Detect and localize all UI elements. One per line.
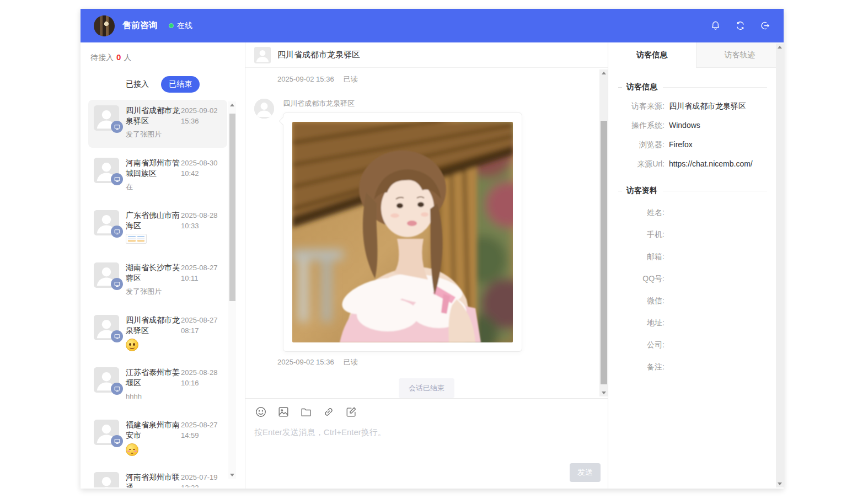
- scroll-down-arrow[interactable]: [599, 389, 608, 396]
- read-status: 已读: [344, 358, 358, 366]
- visitor-field-row: QQ号:: [618, 274, 767, 284]
- tab-visitor-info[interactable]: 访客信息: [608, 42, 696, 68]
- field-value: Windows: [669, 120, 700, 131]
- visitor-message: 四川省成都市龙泉驿区: [254, 99, 608, 352]
- session-name: 河南省郑州市管城回族区: [126, 158, 180, 179]
- field-label: 操作系统:: [618, 120, 665, 131]
- emoji-icon[interactable]: [254, 406, 267, 419]
- session-avatar: [94, 105, 119, 131]
- session-list-item[interactable]: 河南省郑州市联通 2025-07-19 12:22: [88, 467, 227, 487]
- field-label: 手机:: [618, 229, 665, 240]
- session-list-item[interactable]: 福建省泉州市南安市 2025-08-27 14:59: [88, 414, 227, 462]
- session-date: 2025-08-27: [181, 262, 222, 273]
- scroll-up-arrow[interactable]: [228, 101, 236, 109]
- scroll-up-arrow[interactable]: [599, 69, 608, 77]
- session-time: 2025-08-30 10:42: [181, 158, 222, 179]
- session-date: 2025-08-27: [181, 315, 222, 325]
- session-name: 江苏省泰州市姜堰区: [126, 367, 180, 388]
- message-input[interactable]: [254, 427, 599, 469]
- visitor-panel-scrollbar[interactable]: [776, 44, 784, 487]
- edit-icon[interactable]: [345, 406, 357, 419]
- session-name: 湖南省长沙市芙蓉区: [126, 262, 180, 283]
- field-value: 四川省成都市龙泉驿区: [669, 101, 746, 111]
- scrollbar-thumb[interactable]: [229, 114, 235, 301]
- session-preview: [126, 234, 222, 247]
- profile-fields: 姓名: 手机: 邮箱: QQ号: 微信: 地址: 公司: 备注:: [618, 207, 767, 372]
- visitor-field-row: 操作系统: Windows: [618, 120, 767, 131]
- divider: [663, 87, 767, 88]
- visitor-field-row: 邮箱:: [618, 251, 767, 262]
- bell-icon[interactable]: [710, 20, 721, 31]
- visitor-field-row: 来源Url: https://chat.nicemb.com/: [618, 159, 767, 169]
- session-date: 2025-08-28: [181, 367, 222, 378]
- session-clock: 10:42: [181, 168, 222, 179]
- session-preview-text: 在: [126, 181, 133, 192]
- folder-icon[interactable]: [299, 406, 312, 419]
- session-list-item[interactable]: 四川省成都市龙泉驿区 2025-09-02 15:36 发了张图片: [88, 100, 227, 148]
- visitor-field-row: 备注:: [618, 362, 767, 372]
- scroll-down-arrow[interactable]: [228, 471, 236, 479]
- session-avatar: [94, 210, 119, 235]
- scroll-up-arrow[interactable]: [776, 44, 784, 51]
- desktop-source-icon: [111, 121, 123, 133]
- session-avatar: [94, 472, 119, 487]
- chat-title: 四川省成都市龙泉驿区: [277, 50, 360, 60]
- field-label: 地址:: [618, 318, 665, 328]
- visitor-field-row: 手机:: [618, 229, 767, 240]
- scrollbar-thumb[interactable]: [601, 121, 607, 384]
- chat-scrollbar[interactable]: [599, 69, 608, 396]
- field-label: 来源Url:: [618, 159, 665, 169]
- session-time: 2025-08-27 08:17: [181, 315, 222, 336]
- waiting-count: 0: [116, 52, 121, 62]
- session-clock: 08:17: [181, 325, 222, 336]
- desktop-source-icon: [111, 278, 123, 290]
- tab-connected[interactable]: 已接入: [126, 79, 149, 89]
- field-value: https://chat.nicemb.com/: [669, 159, 753, 169]
- session-name: 四川省成都市龙泉驿区: [126, 105, 180, 126]
- session-avatar: [94, 262, 119, 288]
- tab-visitor-trail[interactable]: 访客轨迹: [696, 42, 784, 68]
- session-list-item[interactable]: 湖南省长沙市芙蓉区 2025-08-27 10:11 发了张图片: [88, 257, 227, 305]
- section-title-text: 访客信息: [626, 82, 657, 92]
- session-avatar: [94, 420, 119, 445]
- session-list-item[interactable]: 河南省郑州市管城回族区 2025-08-30 10:42 在: [88, 152, 227, 200]
- session-list-scrollbar[interactable]: [228, 101, 236, 479]
- desktop-source-icon: [111, 173, 123, 185]
- session-avatar: [94, 367, 119, 393]
- agent-avatar: [94, 15, 115, 36]
- section-title-text: 访客资料: [626, 186, 657, 196]
- emoji-shy-icon: [126, 443, 138, 456]
- session-preview: hhhh: [126, 391, 222, 404]
- field-label: QQ号:: [618, 274, 665, 284]
- session-time: 2025-07-19 12:22: [181, 472, 222, 487]
- session-time: 2025-08-27 14:59: [181, 420, 222, 441]
- desktop-source-icon: [111, 435, 123, 447]
- top-bar: 售前咨询 在线: [81, 9, 784, 42]
- session-preview-text: 发了张图片: [126, 129, 162, 140]
- refresh-icon[interactable]: [735, 20, 746, 31]
- visitor-field-row: 访客来源: 四川省成都市龙泉驿区: [618, 101, 767, 111]
- tab-ended[interactable]: 已结束: [161, 76, 200, 93]
- field-label: 邮箱:: [618, 251, 665, 262]
- session-list-item[interactable]: 江苏省泰州市姜堰区 2025-08-28 10:16 hhhh: [88, 362, 227, 410]
- field-label: 微信:: [618, 296, 665, 306]
- chat-image-girl-portrait[interactable]: [292, 122, 513, 342]
- logout-icon[interactable]: [760, 20, 770, 31]
- chat-messages: 2025-09-02 15:36已读 四川省成都市龙泉驿区: [245, 68, 608, 398]
- field-label: 姓名:: [618, 207, 665, 218]
- read-status: 已读: [344, 75, 358, 83]
- image-thumbnail-preview: [126, 234, 147, 244]
- session-name: 福建省泉州市南安市: [126, 420, 180, 441]
- message-sender: 四川省成都市龙泉驿区: [283, 99, 522, 109]
- message-bubble: [283, 112, 522, 352]
- session-list-item[interactable]: 广东省佛山市南海区 2025-08-28 10:33: [88, 205, 227, 253]
- visitor-panel: 访客信息 访客轨迹 访客信息 访客来源: 四川省成都市龙泉驿区 操作系统: Wi…: [608, 42, 784, 489]
- chat-column: 四川省成都市龙泉驿区 2025-09-02 15:36已读 四川省成都市龙泉驿区: [245, 42, 608, 489]
- scroll-down-arrow[interactable]: [776, 480, 784, 487]
- agent-title: 售前咨询: [122, 20, 158, 31]
- link-icon[interactable]: [322, 406, 335, 419]
- session-list-item[interactable]: 四川省成都市龙泉驿区 2025-08-27 08:17: [88, 309, 227, 357]
- send-button[interactable]: 发送: [570, 463, 601, 482]
- image-icon[interactable]: [277, 406, 290, 419]
- session-clock: 10:16: [181, 378, 222, 388]
